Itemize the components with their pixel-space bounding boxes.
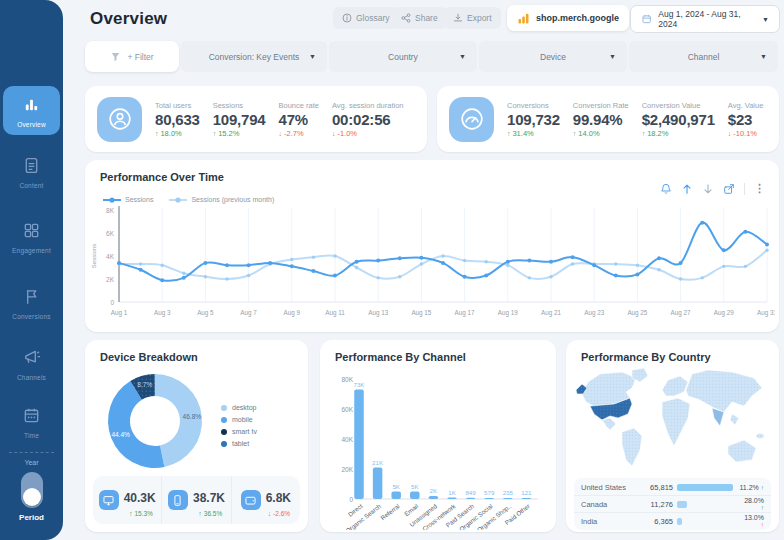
legend-item-sessions[interactable]: Sessions — [103, 196, 153, 203]
svg-text:Aug 15: Aug 15 — [411, 309, 431, 317]
gauge-icon — [449, 97, 494, 142]
property-selector[interactable]: shop.merch.google — [507, 5, 629, 31]
svg-text:Aug 19: Aug 19 — [498, 309, 518, 317]
svg-text:0: 0 — [110, 299, 114, 306]
delta-badge: 36.5% — [198, 510, 222, 517]
legend-item-desktop[interactable]: desktop — [221, 404, 257, 411]
svg-text:Sessions: Sessions — [91, 244, 97, 268]
chevron-down-icon: ▼ — [760, 53, 767, 60]
sidebar-item-label: Content — [0, 182, 63, 189]
share-button[interactable]: Share — [392, 7, 447, 29]
sidebar-item-label: Overview — [3, 121, 60, 128]
svg-text:8K: 8K — [106, 207, 115, 214]
delta-badge: 31.4% — [507, 129, 560, 138]
delta-badge: -10.1% — [728, 129, 764, 138]
sidebar-item-conversions[interactable]: Conversions — [0, 287, 63, 320]
chevron-down-icon: ▼ — [609, 53, 616, 60]
year-period-toggle[interactable] — [21, 472, 43, 508]
panel-title: Performance By Channel — [335, 351, 466, 363]
svg-text:8.7%: 8.7% — [137, 381, 152, 388]
sidebar-item-time[interactable]: Time — [0, 406, 63, 439]
filter-label: Conversion: Key Events — [209, 52, 300, 62]
more-menu-icon[interactable]: ⋮ — [754, 182, 765, 195]
sidebar-item-engagement[interactable]: Engagement — [0, 221, 63, 254]
metric-bounce-rate: Bounce rate 47% -2.7% — [279, 101, 319, 138]
toggle-year-label: Year — [0, 459, 63, 466]
filter-label: Country — [388, 52, 418, 62]
filter-label: Device — [540, 52, 566, 62]
add-filter-button[interactable]: + Filter — [85, 41, 179, 72]
stat-tablet: 6.8K -2.6% — [231, 476, 300, 524]
desktop-icon — [99, 490, 119, 510]
device-legend: desktop mobile smart tv tablet — [221, 404, 257, 447]
trend-up-icon: ↑ — [761, 521, 764, 528]
bell-icon[interactable] — [660, 183, 672, 195]
filter-conversion[interactable]: Conversion: Key Events▼ — [181, 41, 327, 72]
svg-text:5K: 5K — [411, 483, 419, 490]
date-range-picker[interactable]: Aug 1, 2024 - Aug 31, 2024 ▼ — [630, 5, 780, 33]
svg-text:235: 235 — [503, 489, 514, 496]
svg-text:Aug 23: Aug 23 — [584, 309, 604, 317]
glossary-button[interactable]: Glossary — [333, 7, 399, 29]
sidebar-item-label: Time — [0, 432, 63, 439]
svg-text:44.4%: 44.4% — [111, 431, 130, 438]
map-region-central-america — [602, 418, 616, 430]
calendar-icon — [641, 13, 652, 25]
sidebar-item-overview[interactable]: Overview — [3, 86, 60, 135]
svg-text:80K: 80K — [341, 376, 353, 383]
export-button[interactable]: Export — [444, 7, 501, 29]
svg-text:20K: 20K — [341, 466, 353, 473]
table-row-united-states: United States 65,815 11.2% ↑ — [574, 479, 771, 495]
analytics-icon — [517, 12, 530, 25]
map-region-south-america — [622, 428, 642, 466]
filter-country[interactable]: Country▼ — [329, 41, 477, 72]
panel-performance-by-country: Performance By Country — [566, 340, 779, 532]
dashboard-root: Overview Content Engagement Conversions … — [0, 0, 784, 540]
delta-badge: 18.2% — [642, 129, 715, 138]
arrow-down-icon[interactable] — [702, 183, 714, 195]
svg-text:5K: 5K — [392, 483, 400, 490]
svg-text:Aug 17: Aug 17 — [455, 309, 475, 317]
legend-item-sessions-prev[interactable]: Sessions (previous month) — [169, 196, 274, 203]
sidebar-item-content[interactable]: Content — [0, 156, 63, 189]
toggle-knob[interactable] — [23, 488, 41, 506]
chevron-down-icon: ▼ — [309, 53, 316, 60]
legend-item-smart-tv[interactable]: smart tv — [221, 428, 257, 435]
metric-avg-session-duration: Avg. session duration 00:02:56 -1.0% — [332, 101, 404, 138]
panel-title: Performance Over Time — [100, 171, 224, 183]
metric-sessions: Sessions 109,794 15.2% — [213, 101, 266, 138]
kpi-card-users: Total users 80,633 18.0% Sessions 109,79… — [85, 86, 427, 152]
trend-up-icon: ↑ — [761, 484, 764, 491]
svg-text:46.8%: 46.8% — [183, 413, 202, 420]
download-icon — [453, 13, 463, 23]
filter-device[interactable]: Device▼ — [479, 41, 627, 72]
trend-up-icon: ↑ — [761, 504, 764, 511]
metric-conversions: Conversions 109,732 31.4% — [507, 101, 560, 138]
sidebar-item-label: Engagement — [0, 247, 63, 254]
map-region-island — [756, 434, 764, 439]
arrow-up-icon[interactable] — [681, 183, 693, 195]
value-bar — [677, 518, 682, 525]
sessions-line-chart: 02K4K6K8KAug 1Aug 3Aug 5Aug 7Aug 9Aug 11… — [89, 204, 775, 328]
chevron-down-icon: ▼ — [459, 53, 466, 60]
svg-text:849: 849 — [465, 489, 476, 496]
delta-badge: -2.6% — [268, 510, 290, 517]
delta-badge: 14.0% — [573, 129, 629, 138]
toggle-period-label: Period — [0, 513, 63, 522]
legend-item-tablet[interactable]: tablet — [221, 440, 257, 447]
grid-icon — [22, 221, 41, 240]
export-chart-icon[interactable] — [723, 183, 735, 195]
svg-text:21K: 21K — [372, 459, 384, 466]
export-label: Export — [467, 13, 492, 23]
delta-badge: 18.0% — [155, 129, 200, 138]
channel-bar-chart: 020K40K60K80K73KDirect21KOrganic Search5… — [326, 364, 552, 530]
filter-channel[interactable]: Channel▼ — [629, 41, 778, 72]
svg-text:Aug 1: Aug 1 — [111, 309, 128, 317]
svg-text:Referral: Referral — [379, 502, 401, 521]
country-table: United States 65,815 11.2% ↑ Canada 11,2… — [574, 478, 771, 530]
panel-title: Performance By Country — [581, 351, 711, 363]
map-region-southeast-asia — [730, 414, 739, 425]
legend-item-mobile[interactable]: mobile — [221, 416, 257, 423]
svg-text:Aug 13: Aug 13 — [368, 309, 388, 317]
sidebar-item-channels[interactable]: Channels — [0, 348, 63, 381]
